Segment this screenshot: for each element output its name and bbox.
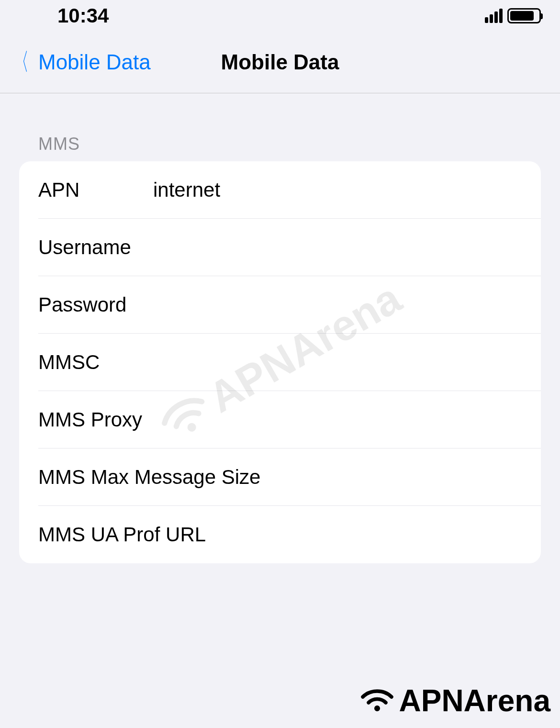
status-icons [485,8,541,23]
status-bar: 10:34 [0,0,560,31]
apn-label: APN [38,179,153,202]
footer-logo: APNArena [358,683,550,718]
back-button[interactable]: 〈 Mobile Data [10,46,151,78]
row-mms-ua-prof[interactable]: MMS UA Prof URL [19,506,541,563]
mms-proxy-label: MMS Proxy [38,408,153,431]
battery-icon [507,8,541,23]
row-mms-max-size[interactable]: MMS Max Message Size [38,448,541,506]
row-mms-proxy[interactable]: MMS Proxy [38,391,541,448]
settings-group: APNArena APN internet Username Password … [19,161,541,563]
wifi-icon [358,683,396,718]
password-label: Password [38,293,153,316]
apn-value: internet [153,179,522,202]
chevron-left-icon: 〈 [14,46,29,78]
section-header-mms: MMS [19,93,541,161]
navigation-bar: 〈 Mobile Data Mobile Data [0,31,560,93]
status-time: 10:34 [57,4,109,27]
row-password[interactable]: Password [38,276,541,334]
row-username[interactable]: Username [38,219,541,276]
back-label: Mobile Data [38,50,151,74]
mms-max-size-label: MMS Max Message Size [38,466,260,489]
signal-icon [485,9,503,23]
mms-ua-prof-label: MMS UA Prof URL [38,523,206,546]
row-apn[interactable]: APN internet [38,161,541,219]
username-label: Username [38,236,153,259]
row-mmsc[interactable]: MMSC [38,334,541,391]
mmsc-label: MMSC [38,351,153,374]
content: MMS APNArena APN internet Username Passw… [0,93,560,563]
footer-text: APNArena [399,683,550,718]
